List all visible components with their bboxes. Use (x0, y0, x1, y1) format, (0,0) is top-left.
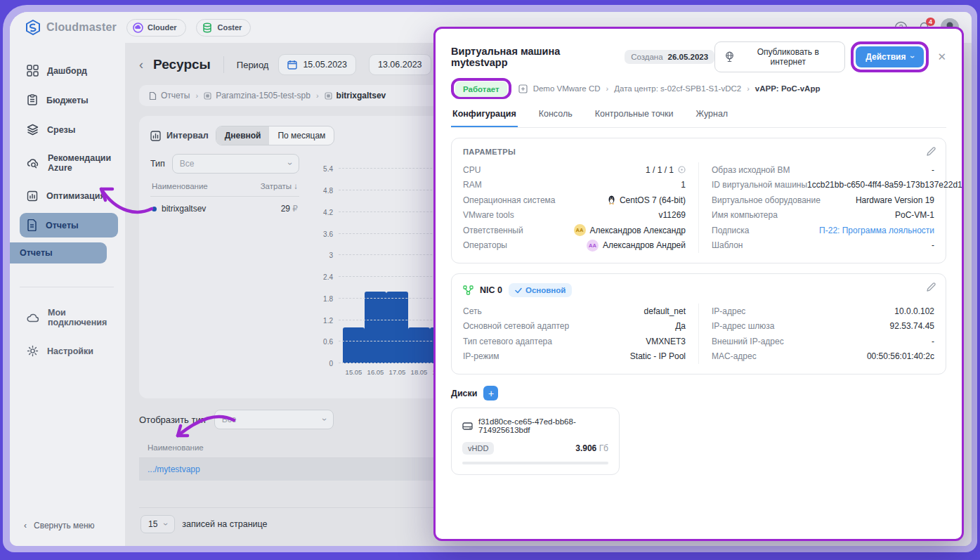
chevron-down-icon: › (285, 162, 295, 165)
param-row-owner: Ответственный АААлександров Александр (463, 223, 686, 238)
chevron-down-icon: › (320, 418, 329, 421)
breadcrumb-item-current[interactable]: bitrixgaltsev (325, 91, 386, 100)
display-type-label: Отобразить тип (139, 415, 206, 425)
info-icon[interactable] (678, 166, 686, 174)
page-size-label: записей на странице (182, 519, 267, 529)
add-disk-button[interactable]: + (483, 386, 498, 401)
series-color-dot (152, 207, 157, 211)
product-badge-label: Coster (218, 23, 242, 32)
x-tick-label: 15.05 (343, 368, 365, 376)
actions-button[interactable]: Действия › (856, 46, 924, 67)
sidebar-item-dashboard[interactable]: Дашборд (20, 58, 118, 83)
product-badge-coster[interactable]: Coster (196, 19, 251, 37)
chart-icon (150, 131, 161, 141)
interval-toggle: Дневной По месяцам (216, 126, 335, 145)
publish-button[interactable]: Опубликовать в интернет (714, 41, 845, 72)
display-type-select[interactable]: Все › (214, 410, 334, 429)
edit-pencil-icon[interactable] (926, 282, 936, 292)
x-tick-label: 18.05 (408, 368, 430, 376)
legend-series-name: bitrixgaltsev (152, 204, 206, 214)
y-tick-label: 4.8 (311, 187, 333, 195)
disk-card[interactable]: f31d80ce-ce65-47ed-bb68-714925613bdf vHD… (451, 408, 620, 475)
dashboard-icon (27, 65, 39, 77)
legend-name-header: Наименование (152, 182, 208, 190)
parameters-card: ПАРАМЕТРЫ CPU 1 / 1 / 1 RAM 1 Операционн… (451, 138, 946, 263)
y-tick-label: 3.6 (311, 230, 333, 237)
parameters-left-column: CPU 1 / 1 / 1 RAM 1 Операционная система… (463, 162, 686, 253)
param-row-source-image: Образ исходной ВМ - (712, 162, 934, 178)
bar-16.05 (365, 292, 386, 363)
legend-cost-header[interactable]: Затраты ↓ (261, 182, 298, 190)
nic-row-network: Сеть default_net (463, 304, 686, 319)
disk-drive-icon (462, 422, 473, 431)
page-size-select[interactable]: 15 › (141, 515, 175, 533)
nic-right-column: IP-адрес 10.0.0.102 IP-адрес шлюза 92.53… (698, 304, 934, 364)
sidebar-item-budgets[interactable]: Бюджеты (20, 88, 118, 112)
modal-title: Виртуальная машина mytestvapp (451, 46, 616, 68)
sidebar-item-settings[interactable]: Настройки (20, 339, 118, 363)
status-badge: Работает (455, 82, 507, 97)
divider (223, 56, 224, 73)
y-tick-label: 1.8 (311, 294, 333, 302)
close-icon[interactable]: ✕ (937, 51, 946, 63)
interval-option-daily[interactable]: Дневной (216, 126, 270, 145)
collapse-menu-button[interactable]: ‹ Свернуть меню (20, 515, 118, 536)
tab-console[interactable]: Консоль (537, 109, 574, 127)
sidebar-subitem-reports[interactable]: Отчеты (10, 242, 107, 263)
tab-checkpoints[interactable]: Контрольные точки (594, 109, 675, 127)
param-row-hostname: Имя компьютера PoC-VM-1 (712, 208, 934, 223)
nic-primary-badge: Основной (509, 283, 572, 297)
tab-journal[interactable]: Журнал (695, 109, 730, 127)
mytestvapp-link[interactable]: .../mytestvapp (148, 464, 200, 474)
param-row-template: Шаблон - (712, 238, 934, 254)
nic-row-mac: MAC-адрес 00:50:56:01:40:2c (712, 349, 934, 365)
param-row-os: Операционная система CentOS 7 (64-bit) (463, 193, 686, 208)
check-icon (515, 287, 522, 294)
y-tick-label: 1.2 (311, 316, 333, 324)
interval-option-monthly[interactable]: По месяцам (269, 126, 334, 145)
x-tick-label: 17.05 (386, 368, 408, 376)
nic-title: NIC 0 (480, 285, 502, 295)
highlight-ring-status: Работает (451, 78, 511, 99)
owner-avatar: АА (574, 224, 586, 236)
legend-row[interactable]: bitrixgaltsev 29 ₽ (150, 197, 299, 221)
sidebar-item-slices[interactable]: Срезы (20, 117, 118, 142)
period-label: Период (237, 60, 269, 70)
modal-breadcrumb-item-current[interactable]: vAPP: PoC-vApp (755, 84, 821, 93)
budgets-icon (27, 94, 38, 106)
param-row-cpu: CPU 1 / 1 / 1 (463, 162, 686, 178)
breadcrumb-item[interactable]: Paramzina-1505-test-spb (204, 91, 311, 100)
back-chevron-icon[interactable]: ‹ (139, 58, 143, 72)
product-badge-label: Clouder (148, 23, 177, 32)
y-tick-label: 4.2 (311, 208, 333, 216)
modal-breadcrumb: Demo VMware CD › Дата центр: s-02cf-SPB1… (518, 84, 821, 93)
breadcrumb-item[interactable]: Отчеты (149, 91, 190, 100)
sidebar-item-my-connections[interactable]: Мои подключения (20, 301, 118, 334)
sidebar-item-reports[interactable]: Отчеты (20, 213, 118, 237)
globe-icon (724, 51, 735, 63)
nic-row-gateway: IP-адрес шлюза 92.53.74.45 (712, 319, 934, 334)
sidebar-divider (20, 287, 114, 287)
created-badge: Создана 26.05.2023 (625, 50, 714, 64)
date-to-input[interactable]: 13.06.2023 (369, 54, 431, 75)
param-row-ram: RAM 1 (463, 178, 686, 193)
parameters-title: ПАРАМЕТРЫ (463, 148, 934, 156)
product-badge-clouder[interactable]: Clouder (126, 19, 186, 37)
disks-label: Диски (451, 389, 477, 398)
legend-series-cost: 29 ₽ (281, 204, 298, 214)
subscription-link[interactable]: П-22: Программа лояльности (819, 226, 934, 235)
edit-pencil-icon[interactable] (926, 146, 936, 157)
modal-breadcrumb-item[interactable]: Demo VMware CD (533, 84, 601, 93)
chevron-down-icon: › (908, 56, 917, 58)
param-row-hardware: Виртуальное оборудование Hardware Versio… (712, 193, 934, 208)
nic-row-adapter-type: Тип сетевого адаптера VMXNET3 (463, 334, 686, 349)
date-from-input[interactable]: 15.05.2023 (278, 54, 356, 75)
modal-breadcrumb-item[interactable]: Дата центр: s-02cf-SPB1-S1-vDC2 (614, 84, 741, 93)
sidebar-item-azure-recommendations[interactable]: Рекомендации Azure (20, 147, 118, 179)
cloudmaster-logo-icon (25, 20, 41, 35)
sidebar-item-optimization[interactable]: Оптимизация (20, 184, 118, 208)
tab-configuration[interactable]: Конфигурация (451, 109, 518, 127)
bar-17.05 (386, 292, 408, 363)
type-select[interactable]: Все › (172, 154, 299, 174)
y-tick-label: 5.4 (311, 165, 333, 173)
